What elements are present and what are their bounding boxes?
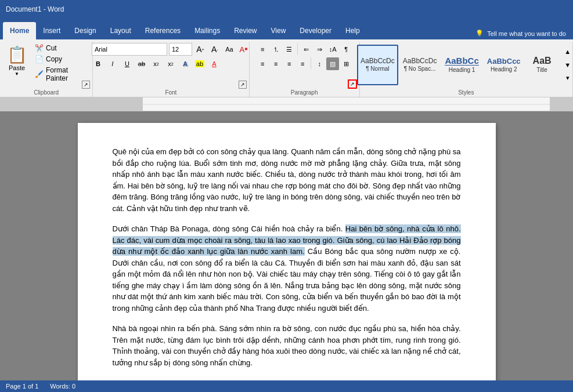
tab-review[interactable]: Review <box>227 22 264 39</box>
style-normal-label: ¶ Normal <box>366 66 389 72</box>
text-highlight-button[interactable]: ab <box>193 57 206 70</box>
page-count: Page 1 of 1 <box>6 383 38 390</box>
paste-label: Paste <box>9 64 25 71</box>
font-label: Font <box>93 89 249 96</box>
page: Quê nội của em đẹp bởi có con sông chảy … <box>78 123 496 380</box>
styles-more[interactable]: ▾ <box>561 72 573 85</box>
tab-insert[interactable]: Insert <box>36 22 67 39</box>
style-normal-preview: AaBbCcDc <box>361 57 395 64</box>
align-left-button[interactable]: ≡ <box>256 57 269 70</box>
tab-mailings[interactable]: Mailings <box>188 22 227 39</box>
tab-help[interactable]: Help <box>338 22 367 39</box>
list-row: ≡ ⒈ ☰ ⇐ ⇒ ↕A ¶ <box>256 43 352 56</box>
grow-font-button[interactable]: A+ <box>194 43 207 56</box>
status-bar: Page 1 of 1 Words: 0 <box>0 380 573 392</box>
italic-button[interactable]: I <box>106 57 119 70</box>
superscript-button[interactable]: x2 <box>164 57 177 70</box>
clear-format-button[interactable]: A✖ <box>237 43 250 56</box>
font-format-row: B I U ab x2 x2 A ab A <box>92 57 221 70</box>
styles-scroll-down[interactable]: ▼ <box>561 59 573 71</box>
increase-indent-button[interactable]: ⇒ <box>313 43 326 56</box>
text-effects-button[interactable]: A <box>179 57 192 70</box>
show-hide-button[interactable]: ¶ <box>340 43 352 56</box>
title-bar: Document1 - Word <box>0 0 573 19</box>
style-heading2[interactable]: AaBbCcc Heading 2 <box>484 45 524 85</box>
lightbulb-icon: 💡 <box>475 30 484 37</box>
line-spacing-button[interactable]: ↕ <box>313 57 326 70</box>
ribbon-tabs: Home Insert Design Layout References Mai… <box>0 19 573 39</box>
format-painter-icon: 🖌️ <box>35 70 44 78</box>
bold-button[interactable]: B <box>92 57 104 70</box>
para2-text-before: Dưới chân Tháp Bà Ponaga, dòng sông Cái … <box>113 224 345 233</box>
style-heading1[interactable]: AaBbCc Heading 1 <box>441 45 482 85</box>
divider2 <box>311 57 311 69</box>
paragraph-2: Dưới chân Tháp Bà Ponaga, dòng sông Cái … <box>113 223 461 314</box>
paste-button[interactable]: 📋 Paste ▼ <box>2 43 31 79</box>
underline-button[interactable]: U <box>121 57 134 70</box>
paragraph-group: ≡ ⒈ ☰ ⇐ ⇒ ↕A ¶ ≡ ≡ ≡ ≡ ↕ ▧ ⊞ Paragraph <box>250 42 360 97</box>
style-h1-preview: AaBbCc <box>445 56 478 66</box>
subscript-button[interactable]: x2 <box>150 57 163 70</box>
ruler-ticks <box>143 97 550 111</box>
tab-home[interactable]: Home <box>3 22 36 39</box>
tab-design[interactable]: Design <box>67 22 103 39</box>
font-color-button[interactable]: A <box>208 57 221 70</box>
style-h1-label: Heading 1 <box>449 67 475 73</box>
strikethrough-button[interactable]: ab <box>135 57 148 70</box>
numbering-button[interactable]: ⒈ <box>269 43 282 56</box>
shrink-font-button[interactable]: A- <box>208 43 221 56</box>
style-normal[interactable]: AaBbCcDc ¶ Normal <box>357 45 398 85</box>
font-expand-button[interactable]: ↗ <box>239 81 247 89</box>
align-center-button[interactable]: ≡ <box>269 57 282 70</box>
style-nospace-preview: AaBbCcDc <box>403 57 437 64</box>
font-size-input[interactable] <box>169 43 192 56</box>
style-h2-preview: AaBbCcc <box>487 57 521 65</box>
paste-dropdown-icon: ▼ <box>15 71 19 77</box>
tell-me-bar[interactable]: 💡 Tell me what you want to do <box>469 27 573 39</box>
align-row: ≡ ≡ ≡ ≡ ↕ ▧ ⊞ <box>256 57 352 70</box>
cut-label: Cut <box>46 44 57 52</box>
paragraph-3: Nhà bà ngoại nhìn ra bến phà. Sáng sớm n… <box>113 323 461 368</box>
paste-icon: 📋 <box>7 45 27 64</box>
style-title-label: Title <box>536 67 547 73</box>
divider <box>297 43 298 55</box>
justify-button[interactable]: ≡ <box>296 57 309 70</box>
clipboard-expand-button[interactable]: ↗ <box>82 81 90 89</box>
copy-button[interactable]: 📄 Copy <box>33 54 90 64</box>
tab-references[interactable]: References <box>138 22 188 39</box>
cut-button[interactable]: ✂️ Cut <box>33 43 90 53</box>
style-nospace-label: ¶ No Spac... <box>404 66 436 72</box>
ribbon: 📋 Paste ▼ ✂️ Cut 📄 Copy 🖌️ Format Painte… <box>0 39 573 97</box>
tab-developer[interactable]: Developer <box>293 22 338 39</box>
ruler <box>0 97 573 111</box>
title-bar-title: Document1 - Word <box>6 5 64 13</box>
clipboard-group: 📋 Paste ▼ ✂️ Cut 📄 Copy 🖌️ Format Painte… <box>0 42 93 97</box>
cut-icon: ✂️ <box>35 44 44 52</box>
multilevel-list-button[interactable]: ☰ <box>283 43 295 56</box>
align-right-button[interactable]: ≡ <box>283 57 295 70</box>
bullets-button[interactable]: ≡ <box>256 43 269 56</box>
change-case-button[interactable]: Aa <box>223 43 236 56</box>
font-name-input[interactable] <box>92 43 167 56</box>
small-clipboard-buttons: ✂️ Cut 📄 Copy 🖌️ Format Painter <box>33 43 90 84</box>
document-area[interactable]: Quê nội của em đẹp bởi có con sông chảy … <box>0 111 573 380</box>
borders-button[interactable]: ⊞ <box>340 57 352 70</box>
shading-button[interactable]: ▧ <box>326 57 339 70</box>
para2-text-after: Cầu Bóng bắc qua sông nườm nượp xe cộ. D… <box>113 247 461 313</box>
tab-view[interactable]: View <box>264 22 293 39</box>
ruler-right-margin <box>550 97 573 111</box>
paragraph-expand-button[interactable]: ↗ <box>348 79 357 89</box>
styles-scroll-up[interactable]: ▲ <box>561 45 573 58</box>
styles-group: AaBbCcDc ¶ Normal AaBbCcDc ¶ No Spac... … <box>360 42 573 97</box>
style-no-spacing[interactable]: AaBbCcDc ¶ No Spac... <box>399 45 441 85</box>
paragraph-label: Paragraph <box>250 89 359 96</box>
decrease-indent-button[interactable]: ⇐ <box>300 43 312 56</box>
style-title[interactable]: AaB Title <box>525 45 559 85</box>
copy-label: Copy <box>46 55 62 63</box>
para3-text: Nhà bà ngoại nhìn ra bến phà. Sáng sớm n… <box>113 324 461 367</box>
tab-layout[interactable]: Layout <box>103 22 138 39</box>
clipboard-label: Clipboard <box>0 89 92 96</box>
word-count: Words: 0 <box>50 383 75 390</box>
sort-button[interactable]: ↕A <box>326 43 339 56</box>
ruler-content <box>143 97 550 111</box>
